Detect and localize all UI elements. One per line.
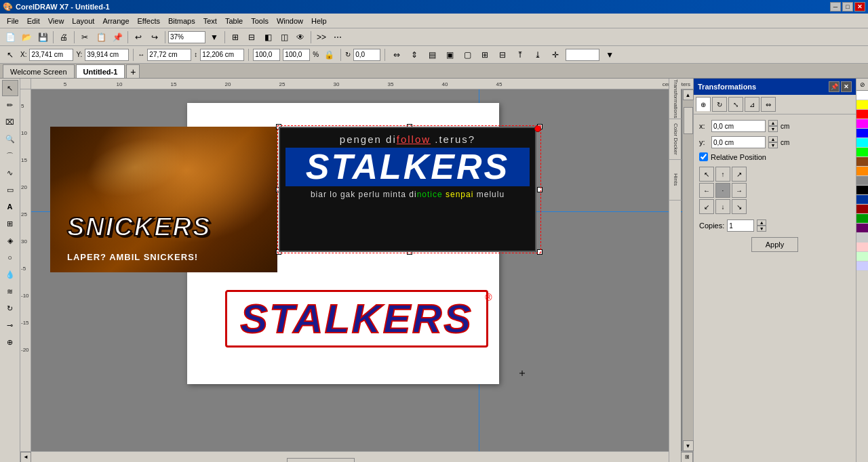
scroll-down-button[interactable]: ▼ bbox=[683, 440, 694, 451]
mirror-v[interactable]: ⇕ bbox=[407, 47, 422, 62]
cyan-swatch[interactable] bbox=[856, 138, 868, 148]
darkblue-swatch[interactable] bbox=[856, 195, 868, 205]
w-input[interactable] bbox=[147, 49, 191, 61]
close-button[interactable]: ✕ bbox=[854, 2, 865, 12]
ungroup-btn[interactable]: ▢ bbox=[460, 47, 475, 62]
transform-tool[interactable]: ↻ bbox=[2, 300, 18, 316]
redo-button[interactable]: ↪ bbox=[147, 30, 162, 45]
undo-button[interactable]: ↩ bbox=[131, 30, 146, 45]
lightblue-swatch[interactable] bbox=[856, 261, 868, 271]
back-btn[interactable]: ⤓ bbox=[530, 47, 545, 62]
scroll-up-button[interactable]: ▲ bbox=[683, 89, 694, 100]
snickers-image[interactable]: SNICKERS LAPER? AMBIL SNICKERS! bbox=[50, 127, 277, 272]
x-input[interactable] bbox=[29, 49, 73, 61]
forward-btn[interactable]: >> bbox=[314, 30, 329, 45]
green-swatch[interactable] bbox=[856, 148, 868, 157]
y-spin-down[interactable]: ▼ bbox=[768, 142, 778, 148]
lock-aspect[interactable]: 🔒 bbox=[321, 47, 336, 62]
menu-tools[interactable]: Tools bbox=[247, 16, 273, 26]
h-input[interactable] bbox=[200, 49, 244, 61]
lightgray-swatch[interactable] bbox=[856, 233, 868, 243]
transform-br[interactable]: ↘ bbox=[732, 199, 747, 214]
fit-view-button[interactable]: ⊞ bbox=[681, 452, 693, 463]
brown-swatch[interactable] bbox=[856, 157, 868, 167]
apply-button[interactable]: Apply bbox=[751, 237, 799, 252]
transform-ml[interactable]: ← bbox=[699, 183, 714, 198]
pick-tool[interactable]: ↖ bbox=[3, 47, 18, 62]
canvas-area[interactable]: SNICKERS LAPER? AMBIL SNICKERS! bbox=[31, 89, 682, 451]
minimize-button[interactable]: ─ bbox=[830, 2, 841, 12]
y-spin-up[interactable]: ▲ bbox=[768, 136, 778, 142]
stalkers-banner-container[interactable]: pengen difollow .terus? STALKERS biar lo… bbox=[279, 127, 540, 252]
menu-effects[interactable]: Effects bbox=[134, 16, 164, 26]
orange-swatch[interactable] bbox=[856, 167, 868, 176]
darkgreen-swatch[interactable] bbox=[856, 214, 868, 224]
x-field-input[interactable] bbox=[711, 120, 766, 132]
transform-tl[interactable]: ↖ bbox=[699, 167, 714, 182]
menu-bitmaps[interactable]: Bitmaps bbox=[164, 16, 199, 26]
connector-tool[interactable]: ⊸ bbox=[2, 317, 18, 333]
blend-tool[interactable]: ≋ bbox=[2, 283, 18, 299]
more-btn[interactable]: ⋯ bbox=[330, 30, 345, 45]
white-swatch[interactable] bbox=[856, 91, 868, 100]
menu-edit[interactable]: Edit bbox=[23, 16, 44, 26]
magenta-swatch[interactable] bbox=[856, 119, 868, 129]
save-button[interactable]: 💾 bbox=[35, 30, 50, 45]
menu-file[interactable]: File bbox=[3, 16, 23, 26]
freehand-tool[interactable]: ✏ bbox=[2, 97, 18, 113]
copy-button[interactable]: 📋 bbox=[94, 30, 108, 45]
front-btn[interactable]: ⤒ bbox=[513, 47, 528, 62]
break-btn[interactable]: ⊟ bbox=[495, 47, 510, 62]
yellow-swatch[interactable] bbox=[856, 100, 868, 110]
eye-button[interactable]: 👁 bbox=[293, 30, 308, 45]
bezier-tool[interactable]: ⌒ bbox=[2, 148, 18, 164]
panel-tab-rotate[interactable]: ↻ bbox=[712, 97, 727, 112]
group-btn[interactable]: ▣ bbox=[442, 47, 457, 62]
ruler-tool[interactable]: ⊕ bbox=[2, 334, 18, 350]
blue-swatch[interactable] bbox=[856, 129, 868, 138]
x-spin-up[interactable]: ▲ bbox=[768, 120, 778, 126]
smart-tool[interactable]: ∿ bbox=[2, 165, 18, 181]
y-input[interactable] bbox=[85, 49, 129, 61]
color-dropdown[interactable]: ▼ bbox=[602, 47, 617, 62]
transform-mr[interactable]: → bbox=[732, 183, 747, 198]
menu-window[interactable]: Window bbox=[273, 16, 307, 26]
copies-spin-up[interactable]: ▲ bbox=[757, 219, 766, 226]
handle-br[interactable] bbox=[537, 249, 542, 255]
rot-input[interactable] bbox=[353, 49, 380, 61]
new-button[interactable]: 📄 bbox=[3, 30, 18, 45]
transform-tr[interactable]: ↗ bbox=[732, 167, 747, 182]
cut-button[interactable]: ✂ bbox=[77, 30, 92, 45]
open-button[interactable]: 📂 bbox=[19, 30, 34, 45]
combine-btn[interactable]: ⊞ bbox=[477, 47, 492, 62]
stalkers-logo-area[interactable]: STALKERS ® bbox=[248, 278, 465, 359]
panel-close-button[interactable]: ✕ bbox=[841, 81, 852, 92]
menu-view[interactable]: View bbox=[44, 16, 68, 26]
tab-untitled1[interactable]: Untitled-1 bbox=[76, 64, 125, 78]
black-swatch[interactable] bbox=[856, 186, 868, 195]
menu-arrange[interactable]: Arrange bbox=[98, 16, 133, 26]
copies-input[interactable] bbox=[727, 219, 754, 232]
outline-tool[interactable]: ○ bbox=[2, 249, 18, 266]
scale-w-input[interactable] bbox=[253, 49, 280, 61]
maximize-button[interactable]: □ bbox=[842, 2, 853, 12]
scroll-left-button[interactable]: ◄ bbox=[20, 452, 31, 463]
panel-tab-scale[interactable]: ⤡ bbox=[728, 97, 743, 112]
select-tool[interactable]: ↖ bbox=[2, 80, 18, 96]
fill-tool[interactable]: ◈ bbox=[2, 232, 18, 249]
transform-center[interactable]: · bbox=[715, 183, 730, 198]
no-fill-swatch[interactable]: ⊘ bbox=[856, 79, 868, 91]
y-field-input[interactable] bbox=[711, 136, 766, 148]
menu-table[interactable]: Table bbox=[221, 16, 247, 26]
rotation-handle[interactable] bbox=[534, 125, 541, 132]
mirror-h[interactable]: ⇔ bbox=[389, 47, 404, 62]
nudge-btn[interactable]: ✛ bbox=[548, 47, 563, 62]
zoom-dropdown[interactable]: ▼ bbox=[207, 30, 222, 45]
vertical-scrollbar[interactable]: ▲ ▼ bbox=[682, 89, 693, 451]
panel-pin-button[interactable]: 📌 bbox=[829, 81, 840, 92]
x-spin-down[interactable]: ▼ bbox=[768, 126, 778, 132]
print-button[interactable]: 🖨 bbox=[56, 30, 71, 45]
panel-tab-skew[interactable]: ⊿ bbox=[745, 97, 760, 112]
hscroll-thumb[interactable] bbox=[287, 458, 355, 463]
panel-tab-position[interactable]: ⊕ bbox=[696, 97, 711, 112]
